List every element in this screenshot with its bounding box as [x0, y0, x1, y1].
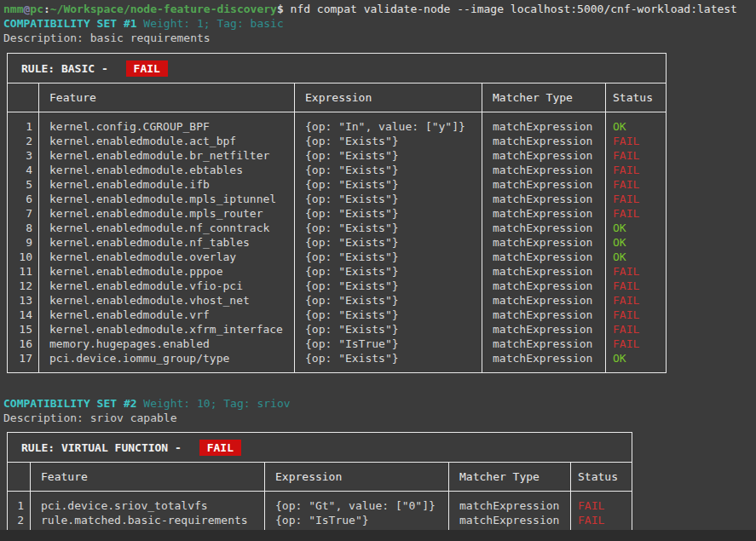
row-number: 1: [8, 492, 31, 514]
matcher-type-cell: matchExpression: [482, 206, 606, 221]
status-cell: FAIL: [606, 206, 667, 221]
row-number: 8: [8, 221, 39, 235]
feature-cell: kernel.enabledmodule.act_bpf: [39, 134, 295, 148]
rule-label: RULE: VIRTUAL FUNCTION -: [21, 441, 188, 454]
prompt-hostname: pc: [30, 3, 43, 15]
table-row: 14 kernel.enabledmodule.vrf {op: "Exists…: [8, 308, 667, 322]
expression-cell: {op: "IsTrue"}: [295, 337, 482, 351]
matcher-type-cell: matchExpression: [482, 148, 606, 163]
header-expression: Expression: [295, 83, 482, 112]
table-row: 4 kernel.enabledmodule.ebtables {op: "Ex…: [8, 163, 667, 177]
row-number: 4: [8, 163, 39, 177]
matcher-type-cell: matchExpression: [482, 163, 606, 177]
table-row: 5 kernel.enabledmodule.ifb {op: "Exists"…: [8, 177, 667, 192]
row-number: 15: [8, 322, 39, 337]
expression-cell: {op: "Exists"}: [295, 134, 482, 148]
prompt-username: nmm: [3, 3, 23, 15]
table-row: 7 kernel.enabledmodule.mpls_router {op: …: [8, 206, 667, 221]
status-cell: OK: [606, 221, 667, 235]
row-number: 16: [8, 337, 39, 351]
expression-cell: {op: "Exists"}: [295, 322, 482, 337]
row-number: 12: [8, 279, 39, 293]
expression-cell: {op: "Exists"}: [295, 192, 482, 206]
status-cell: FAIL: [606, 264, 667, 279]
feature-cell: pci.device.sriov_totalvfs: [31, 492, 265, 514]
compat-set-1-meta: Weight: 1; Tag: basic: [137, 17, 284, 30]
expression-cell: {op: "Exists"}: [295, 206, 482, 221]
rule-title-row: RULE: BASIC - FAIL: [8, 54, 667, 83]
feature-cell: kernel.enabledmodule.pppoe: [39, 264, 295, 279]
status-cell: OK: [606, 235, 667, 250]
terminal-window[interactable]: nmm@pc:~/Workspace/node-feature-discover…: [0, 0, 756, 535]
terminal-bottom-edge: [0, 530, 756, 541]
matcher-type-cell: matchExpression: [482, 235, 606, 250]
rule-title-cell: RULE: VIRTUAL FUNCTION - FAIL: [8, 433, 632, 463]
feature-cell: kernel.enabledmodule.nf_tables: [39, 235, 295, 250]
compat-set-2-header: COMPATIBILITY SET #2 Weight: 10; Tag: sr…: [3, 396, 756, 411]
expression-cell: {op: "Exists"}: [295, 250, 482, 264]
feature-cell: kernel.enabledmodule.ifb: [39, 177, 295, 192]
expression-cell: {op: "Exists"}: [295, 264, 482, 279]
feature-cell: kernel.config.CGROUP_BPF: [39, 112, 295, 135]
feature-cell: kernel.enabledmodule.mpls_router: [39, 206, 295, 221]
feature-cell: kernel.enabledmodule.xfrm_interface: [39, 322, 295, 337]
status-cell: FAIL: [606, 134, 667, 148]
row-number: 2: [8, 134, 39, 148]
command-text: nfd compat validate-node --image localho…: [291, 3, 737, 15]
basic-rule-table: RULE: BASIC - FAIL Feature Expression Ma…: [7, 53, 667, 373]
compat-set-2-description: Description: sriov capable: [3, 411, 756, 425]
header-status: Status: [606, 83, 667, 112]
feature-cell: kernel.enabledmodule.vhost_net: [39, 293, 295, 308]
row-number: 3: [8, 148, 39, 163]
matcher-type-cell: matchExpression: [482, 351, 606, 373]
compat-set-2-meta: Weight: 10; Tag: sriov: [137, 397, 291, 410]
rule-title-row: RULE: VIRTUAL FUNCTION - FAIL: [8, 433, 632, 463]
feature-cell: pci.device.iommu_group/type: [39, 351, 295, 373]
table-row: 6 kernel.enabledmodule.mpls_iptunnel {op…: [8, 192, 667, 206]
matcher-type-cell: matchExpression: [482, 177, 606, 192]
row-number: 14: [8, 308, 39, 322]
table-row: 3 kernel.enabledmodule.br_netfilter {op:…: [8, 148, 667, 163]
table-row: 13 kernel.enabledmodule.vhost_net {op: "…: [8, 293, 667, 308]
table-row: 1 kernel.config.CGROUP_BPF {op: "In", va…: [8, 112, 667, 135]
table-row: 2 kernel.enabledmodule.act_bpf {op: "Exi…: [8, 134, 667, 148]
status-cell: FAIL: [606, 163, 667, 177]
status-cell: FAIL: [571, 492, 632, 514]
table-row: 11 kernel.enabledmodule.pppoe {op: "Exis…: [8, 264, 667, 279]
row-number: 17: [8, 351, 39, 373]
feature-cell: kernel.enabledmodule.vrf: [39, 308, 295, 322]
table-row: 1 pci.device.sriov_totalvfs {op: "Gt", v…: [8, 492, 632, 514]
rule-label: RULE: BASIC -: [21, 62, 115, 75]
header-number: [8, 83, 39, 112]
expression-cell: {op: "Exists"}: [295, 163, 482, 177]
status-cell: FAIL: [606, 308, 667, 322]
compat-set-2-title: COMPATIBILITY SET #2: [3, 397, 137, 410]
feature-cell: kernel.enabledmodule.vfio-pci: [39, 279, 295, 293]
expression-cell: {op: "Exists"}: [295, 351, 482, 373]
status-cell: FAIL: [606, 177, 667, 192]
status-cell: OK: [606, 250, 667, 264]
matcher-type-cell: matchExpression: [482, 279, 606, 293]
row-number: 7: [8, 206, 39, 221]
matcher-type-cell: matchExpression: [482, 322, 606, 337]
matcher-type-cell: matchExpression: [482, 192, 606, 206]
matcher-type-cell: matchExpression: [482, 134, 606, 148]
table-row: 10 kernel.enabledmodule.overlay {op: "Ex…: [8, 250, 667, 264]
status-cell: FAIL: [606, 192, 667, 206]
expression-cell: {op: "Exists"}: [295, 148, 482, 163]
expression-cell: {op: "In", value: ["y"]}: [295, 112, 482, 135]
status-cell: OK: [606, 112, 667, 135]
fail-status-badge: FAIL: [199, 440, 241, 456]
basic-rule-table-body: 1 kernel.config.CGROUP_BPF {op: "In", va…: [8, 112, 667, 373]
matcher-type-cell: matchExpression: [482, 337, 606, 351]
matcher-type-cell: matchExpression: [449, 492, 571, 514]
matcher-type-cell: matchExpression: [482, 264, 606, 279]
row-number: 1: [8, 112, 39, 135]
table-row: 9 kernel.enabledmodule.nf_tables {op: "E…: [8, 235, 667, 250]
header-feature: Feature: [39, 83, 295, 112]
status-cell: FAIL: [606, 148, 667, 163]
header-expression: Expression: [265, 463, 449, 492]
matcher-type-cell: matchExpression: [482, 308, 606, 322]
matcher-type-cell: matchExpression: [482, 221, 606, 235]
row-number: 5: [8, 177, 39, 192]
